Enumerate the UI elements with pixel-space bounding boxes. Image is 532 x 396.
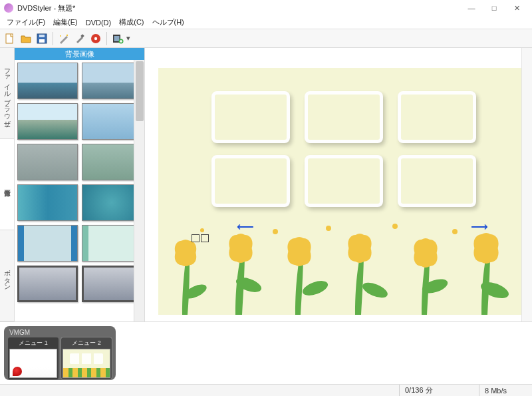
new-button[interactable]	[3, 31, 17, 46]
status-duration: 0/136 分	[399, 385, 479, 396]
svg-point-26	[283, 234, 316, 269]
titlebar: DVDStyler - 無題* — □ ✕	[0, 0, 532, 16]
vertical-tabs: ファイルブラウザー 背景画像 ボタン	[0, 48, 15, 321]
side-panel-header: 背景画像	[15, 48, 144, 60]
frame-grid	[211, 91, 476, 207]
menu-dvd[interactable]: DVD(D)	[82, 17, 116, 28]
svg-point-41	[200, 228, 204, 232]
window-title: DVDStyler - 無題*	[17, 3, 75, 13]
menu-thumb-preview	[9, 349, 57, 378]
timeline-panel: VMGM メニュー 1 メニュー 2	[0, 321, 532, 384]
svg-rect-6	[80, 34, 84, 38]
dropdown-icon[interactable]: ▾	[126, 34, 130, 43]
wizard-button[interactable]	[57, 31, 71, 46]
menu-frame[interactable]	[211, 155, 290, 207]
svg-point-8	[94, 37, 97, 39]
tab-file-browser[interactable]: ファイルブラウザー	[0, 48, 14, 139]
bg-thumb[interactable]	[17, 103, 78, 140]
tab-buttons[interactable]: ボタン	[0, 230, 14, 321]
svg-point-4	[66, 34, 68, 35]
svg-point-14	[301, 278, 330, 299]
status-bitrate: 8 Mb/s	[479, 385, 532, 396]
side-scrollbar[interactable]	[134, 60, 144, 321]
vmgm-group: VMGM メニュー 1 メニュー 2	[4, 326, 116, 380]
menu-frame[interactable]	[305, 155, 383, 207]
statusbar: 0/136 分 8 Mb/s	[0, 384, 532, 396]
menu-thumb-label: メニュー 2	[63, 339, 110, 347]
menu-frame[interactable]	[211, 91, 290, 143]
svg-rect-2	[39, 39, 45, 43]
menu-thumb-preview	[63, 349, 110, 378]
next-arrow-icon[interactable]: ⟶	[471, 220, 488, 234]
menu-frame[interactable]	[398, 91, 476, 143]
open-button[interactable]	[19, 31, 33, 46]
toolbar: ▾	[0, 29, 532, 48]
bg-thumb[interactable]	[82, 63, 142, 99]
svg-point-40	[452, 229, 458, 234]
burn-button[interactable]	[88, 31, 103, 46]
side-panel: 背景画像	[15, 48, 145, 321]
svg-point-5	[60, 35, 61, 37]
selection-handles[interactable]	[192, 234, 209, 242]
minimize-button[interactable]: —	[460, 0, 483, 16]
svg-point-37	[326, 226, 331, 231]
canvas-wrap: ⟵ ⟶	[145, 48, 532, 321]
bg-thumb[interactable]	[82, 266, 142, 302]
add-file-button[interactable]	[110, 31, 125, 46]
menu-edit[interactable]: 編集(E)	[49, 16, 82, 29]
bg-thumb[interactable]	[17, 225, 78, 262]
bg-thumb[interactable]	[82, 184, 142, 221]
menu-config[interactable]: 構成(C)	[115, 16, 148, 29]
svg-point-36	[273, 229, 278, 234]
menu-thumb-2[interactable]: メニュー 2	[61, 337, 112, 379]
menu-help[interactable]: ヘルプ(H)	[148, 16, 188, 29]
menu-thumb-1[interactable]: メニュー 1	[8, 337, 59, 379]
svg-point-23	[224, 230, 257, 266]
menu-thumb-label: メニュー 1	[9, 339, 57, 347]
prev-arrow-icon[interactable]: ⟵	[237, 220, 254, 234]
bg-thumb[interactable]	[17, 184, 78, 221]
svg-point-29	[343, 230, 376, 266]
settings-button[interactable]	[72, 31, 87, 46]
bg-thumb[interactable]	[82, 103, 142, 140]
svg-point-32	[409, 235, 442, 270]
vmgm-title: VMGM	[8, 329, 112, 336]
bg-thumb[interactable]	[17, 63, 78, 99]
bg-thumb[interactable]	[82, 144, 142, 180]
canvas-scrollbar[interactable]	[521, 48, 532, 321]
svg-point-39	[392, 224, 398, 229]
app-icon	[4, 3, 13, 13]
menu-frame[interactable]	[305, 91, 383, 143]
svg-rect-3	[39, 35, 45, 37]
tab-bg-images[interactable]: 背景画像	[0, 139, 14, 230]
svg-point-38	[303, 240, 307, 244]
bg-thumbnail-grid	[15, 60, 144, 321]
maximize-button[interactable]: □	[483, 0, 505, 16]
menu-canvas[interactable]: ⟵ ⟶	[158, 68, 525, 315]
save-button[interactable]	[35, 31, 49, 46]
bg-thumb[interactable]	[17, 266, 78, 302]
close-button[interactable]: ✕	[505, 0, 528, 16]
bg-thumb[interactable]	[17, 144, 78, 180]
menu-file[interactable]: ファイル(F)	[3, 16, 49, 29]
svg-point-35	[469, 230, 504, 267]
menubar: ファイル(F) 編集(E) DVD(D) 構成(C) ヘルプ(H)	[0, 16, 532, 29]
svg-point-15	[360, 280, 390, 301]
content-area: ファイルブラウザー 背景画像 ボタン 背景画像	[0, 48, 532, 321]
bg-thumb[interactable]	[82, 225, 142, 262]
menu-frame[interactable]	[398, 155, 476, 207]
svg-rect-10	[114, 36, 120, 41]
